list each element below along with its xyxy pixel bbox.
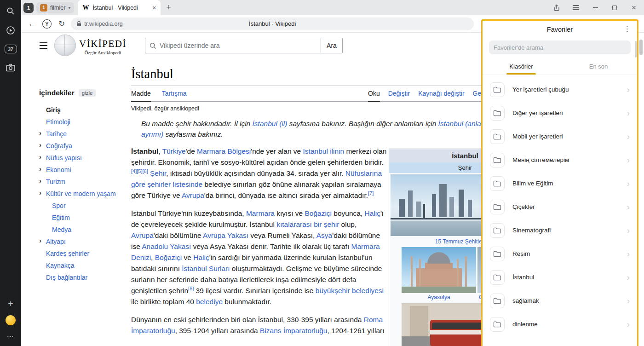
bookmark-folder-row[interactable]: Resim ›	[483, 242, 637, 265]
bookmark-folder-row[interactable]: Sinematografi ›	[483, 219, 637, 242]
infobox-caption-ayasofya[interactable]: Ayasofya	[402, 293, 476, 302]
wiki-link[interactable]: Haliç	[365, 209, 380, 217]
toc-hide-button[interactable]: gizle	[79, 89, 96, 97]
wiki-search-button[interactable]: Ara	[321, 38, 343, 53]
wiki-link[interactable]: Anadolu Yakası	[142, 242, 191, 250]
toc-item[interactable]: › Dış bağlantılar	[39, 271, 126, 283]
search-icon[interactable]	[6, 6, 16, 16]
favorites-search-input[interactable]	[494, 44, 626, 51]
wiki-link[interactable]: kıtalararası bir şehir	[276, 220, 339, 228]
toc-item[interactable]: › Kardeş şehirler	[39, 248, 126, 260]
wiki-link[interactable]: Şehir	[150, 169, 166, 177]
expand-arrow-icon[interactable]: ›	[39, 177, 41, 185]
expand-arrow-icon[interactable]: ›	[39, 237, 41, 244]
wiki-link[interactable]: büyükşehir belediyesi	[316, 287, 384, 294]
address-bar[interactable]: tr.wikipedia.org İstanbul - Vikipedi	[71, 17, 474, 30]
video-icon[interactable]	[6, 25, 16, 35]
reference-link[interactable]: [4][5][6]	[131, 168, 148, 173]
more-icon[interactable]: ⋯	[7, 332, 15, 340]
new-tab-button[interactable]: +	[166, 3, 171, 12]
wiki-link[interactable]: İstanbul Surları	[182, 265, 230, 272]
bookmark-folder-row[interactable]: Mobil yer işaretleri ›	[483, 125, 637, 148]
toc-item[interactable]: › Kültür ve modern yaşam	[39, 188, 126, 200]
toc-item[interactable]: › Medya	[39, 224, 126, 236]
wiki-search-box[interactable]	[145, 38, 321, 53]
wiki-link[interactable]: Avrupa	[131, 231, 154, 239]
maximize-icon[interactable]	[611, 4, 618, 12]
tab-title: İstanbul - Vikipedi	[92, 5, 149, 11]
wiki-link[interactable]: Avrupa	[182, 191, 204, 199]
alice-assistant-icon[interactable]	[6, 315, 16, 325]
kebab-menu-icon[interactable]: ⋮	[624, 25, 631, 33]
refresh-icon[interactable]: ↻	[58, 19, 65, 29]
yandex-icon[interactable]: Y	[42, 19, 52, 29]
tab-group-chip[interactable]: 1 filmler ▾	[36, 2, 74, 13]
expand-arrow-icon[interactable]: ›	[39, 189, 41, 196]
bookmark-folder-row[interactable]: sağlamak ›	[483, 289, 637, 312]
tab-klasorler[interactable]: Klasörler	[483, 59, 560, 75]
favorites-search[interactable]	[489, 40, 631, 54]
wiki-link[interactable]: Bizans İmparatorluğu	[260, 327, 327, 334]
bookmark-folder-row[interactable]: İstanbul ›	[483, 265, 637, 289]
wiki-link[interactable]: Boğaziçi	[155, 254, 182, 261]
add-icon[interactable]: +	[8, 299, 13, 308]
back-icon[interactable]: ←	[28, 19, 36, 29]
wikipedia-wordmark[interactable]: VİKİPEDİ Özgür Ansiklopedi	[79, 38, 126, 55]
wiki-link[interactable]: Türkiye	[162, 147, 186, 155]
expand-arrow-icon[interactable]: ›	[39, 129, 41, 137]
wikipedia-logo[interactable]	[54, 35, 76, 56]
bookmark-folder-row[interactable]: Çiçekler ›	[483, 195, 637, 219]
tab-kaynagi-degistir[interactable]: Kaynağı değiştir	[418, 86, 464, 101]
wiki-link[interactable]: Marmara Bölgesi	[197, 147, 251, 155]
reference-link[interactable]: [7]	[368, 190, 374, 196]
tab-degistir[interactable]: Değiştir	[388, 86, 410, 101]
tab-tartisma[interactable]: Tartışma	[162, 86, 187, 101]
bookmark-folder-row[interactable]: Bilim ve Eğitim ›	[483, 172, 637, 195]
toc-item[interactable]: › Nüfus yapısı	[39, 152, 126, 164]
tab-istanbul-vikipedi[interactable]: W İstanbul - Vikipedi ×	[78, 0, 161, 15]
reference-link[interactable]: [8]	[188, 286, 194, 291]
wiki-link[interactable]: Avrupa Yakası	[203, 231, 248, 239]
wiki-search-input[interactable]	[160, 42, 321, 49]
expand-arrow-icon[interactable]: ›	[39, 141, 41, 149]
toc-item[interactable]: › Kaynakça	[39, 260, 126, 271]
toc-item[interactable]: › Turizm	[39, 176, 126, 188]
ayasofya-image[interactable]	[402, 247, 476, 293]
expand-arrow-icon[interactable]: ›	[39, 165, 41, 173]
tab-en-son[interactable]: En son	[560, 59, 637, 75]
share-icon[interactable]	[553, 4, 560, 12]
toc-item-label: Ekonomi	[46, 166, 71, 173]
wiki-link[interactable]: belediye	[196, 298, 223, 306]
browser-menu-icon[interactable]	[572, 4, 580, 12]
minimize-icon[interactable]	[592, 4, 599, 12]
bookmark-folder-row[interactable]: Yer işaretleri çubuğu ›	[483, 78, 637, 101]
wiki-link[interactable]: İstanbul ilinin	[303, 147, 345, 155]
toc-item[interactable]: › Etimoloji	[39, 116, 126, 128]
screenshot-icon[interactable]	[6, 63, 16, 73]
tab-oku[interactable]: Oku	[368, 86, 380, 102]
tab-counter-badge[interactable]: 37	[5, 45, 17, 53]
bookmark-folder-row[interactable]: dinlenme ›	[483, 312, 637, 336]
toc-item[interactable]: › Altyapı	[39, 236, 126, 248]
wiki-link[interactable]: Marmara	[246, 209, 275, 217]
toc-item[interactable]: › Ekonomi	[39, 164, 126, 176]
wiki-menu-icon[interactable]	[40, 42, 47, 49]
wiki-link[interactable]: Haliç	[193, 254, 209, 261]
wiki-link[interactable]: İstanbul (il)	[253, 120, 288, 127]
tab-group-collapse-button[interactable]: 1	[23, 3, 34, 13]
toc-item[interactable]: › Coğrafya	[39, 140, 126, 152]
bookmark-folder-row[interactable]: Менің сілтемелерім ›	[483, 148, 637, 172]
wiki-link[interactable]: Boğaziçi	[305, 209, 332, 217]
close-window-icon[interactable]: ×	[630, 4, 638, 12]
toc-item[interactable]: › Giriş	[39, 104, 126, 116]
favorites-scrollbar[interactable]	[635, 41, 637, 58]
bookmark-folder-row[interactable]: Diğer yer işaretleri ›	[483, 101, 637, 125]
toc-item[interactable]: › Spor	[39, 200, 126, 212]
toc-item[interactable]: › Tarihçe	[39, 128, 126, 140]
page-scrollbar[interactable]	[639, 40, 643, 55]
expand-arrow-icon[interactable]: ›	[39, 153, 41, 161]
wiki-link[interactable]: Asya	[316, 231, 332, 239]
close-tab-icon[interactable]: ×	[152, 4, 156, 12]
toc-item[interactable]: › Eğitim	[39, 212, 126, 224]
tab-madde[interactable]: Madde	[131, 86, 151, 102]
